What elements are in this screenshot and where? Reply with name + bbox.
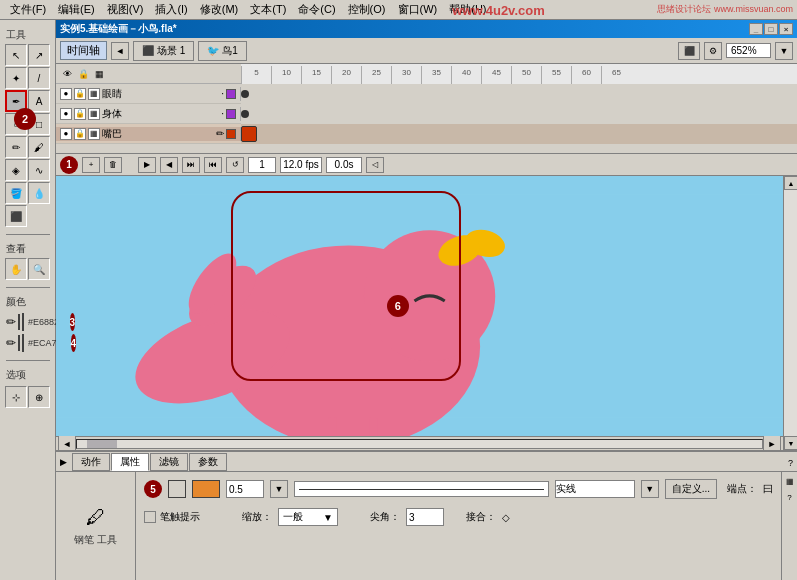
scrollbar-track[interactable] (76, 439, 763, 449)
scene-icon-btn[interactable]: ⬛ (678, 42, 700, 60)
fill-swatch[interactable] (22, 334, 24, 352)
frame-number-input[interactable] (248, 157, 276, 173)
stroke-color-btn[interactable] (168, 480, 186, 498)
tool-zoom[interactable]: 🔍 (28, 258, 50, 280)
zoom-dropdown[interactable]: ▼ (775, 42, 793, 60)
menu-help[interactable]: 帮助(H) (443, 0, 492, 19)
layer-name-eyes[interactable]: ● 🔒 ▦ 眼睛 ∙ (56, 87, 241, 101)
tab-properties[interactable]: 属性 (111, 453, 149, 471)
tool-ink[interactable]: ∿ (28, 159, 50, 181)
tool-eraser[interactable]: ⬛ (5, 205, 27, 227)
bottom-panel: ▶ 动作 属性 滤镜 参数 ? 🖊 钢笔 工具 (56, 450, 797, 580)
tab-params[interactable]: 参数 (189, 453, 227, 471)
add-layer-btn[interactable]: + (82, 157, 100, 173)
ruler-50: 50 (511, 66, 541, 84)
badge-3: 3 (70, 313, 76, 331)
tool-pencil[interactable]: ✏ (5, 136, 27, 158)
option-2[interactable]: ⊕ (28, 386, 50, 408)
settings-btn[interactable]: ⚙ (704, 42, 722, 60)
layer-name-beak[interactable]: ● 🔒 ▦ 嘴巴 ✏ (56, 127, 241, 141)
menu-view[interactable]: 视图(V) (101, 0, 150, 19)
right-icon-2[interactable]: ? (783, 490, 797, 504)
back-button[interactable]: ◄ (111, 42, 129, 60)
menu-bar: 文件(F) 编辑(E) 视图(V) 插入(I) 修改(M) 文本(T) 命令(C… (0, 0, 797, 20)
play-back-btn[interactable]: ◀ (160, 157, 178, 173)
right-icon-1[interactable]: ▦ (783, 474, 797, 488)
properties-panel: 5 ▼ ▼ 自定义... 端点： 曰 (136, 472, 781, 580)
badge-5: 5 (144, 480, 162, 498)
frame-dot-body (241, 110, 249, 118)
layer-lock-beak[interactable]: 🔒 (74, 128, 86, 140)
layer-eye-eyes[interactable]: ● (60, 88, 72, 100)
tool-paint[interactable]: 🪣 (5, 182, 27, 204)
delete-layer-btn[interactable]: 🗑 (104, 157, 122, 173)
menu-edit[interactable]: 编辑(E) (52, 0, 101, 19)
timeline-options-btn[interactable]: ◁ (366, 157, 384, 173)
brush-hint-checkbox[interactable] (144, 511, 156, 523)
menu-insert[interactable]: 插入(I) (149, 0, 193, 19)
v-scroll-up[interactable]: ▲ (784, 176, 797, 190)
panel-question-icon[interactable]: ? (788, 458, 793, 468)
layer-frames-eyes[interactable] (241, 84, 797, 104)
layer-eye-beak[interactable]: ● (60, 128, 72, 140)
tool-fill[interactable]: ◈ (5, 159, 27, 181)
option-1[interactable]: ⊹ (5, 386, 27, 408)
stroke-type-input[interactable] (555, 480, 635, 498)
stroke-swatch-small[interactable] (18, 314, 20, 330)
tool-select[interactable]: ↗ (28, 44, 50, 66)
menu-modify[interactable]: 修改(M) (194, 0, 245, 19)
layer-lock-body[interactable]: 🔒 (74, 108, 86, 120)
menu-text[interactable]: 文本(T) (244, 0, 292, 19)
tool-info-panel: 🖊 钢笔 工具 (56, 472, 136, 580)
layer-eye-body[interactable]: ● (60, 108, 72, 120)
close-button[interactable]: × (779, 23, 793, 35)
loop-btn[interactable]: ↺ (226, 157, 244, 173)
layer-grid-eyes[interactable]: ▦ (88, 88, 100, 100)
layer-tab[interactable]: 🐦 鸟1 (198, 41, 247, 61)
fill-swatch-small[interactable] (18, 335, 20, 351)
layer-frames-beak[interactable] (241, 124, 797, 144)
tool-text[interactable]: A (28, 90, 50, 112)
tab-actions[interactable]: 动作 (72, 453, 110, 471)
layer-lock-eyes[interactable]: 🔒 (74, 88, 86, 100)
stroke-swatch[interactable] (22, 313, 24, 331)
scrollbar-thumb[interactable] (87, 440, 117, 448)
tool-subselect[interactable]: ✦ (5, 67, 27, 89)
step-fwd-btn[interactable]: ⏭ (182, 157, 200, 173)
stroke-size-input[interactable] (226, 480, 264, 498)
v-scrollbar[interactable]: ▲ ▼ (783, 176, 797, 450)
stroke-prop-swatch[interactable] (192, 480, 220, 498)
maximize-button[interactable]: □ (764, 23, 778, 35)
tool-hand[interactable]: ✋ (5, 258, 27, 280)
fps-input[interactable] (280, 157, 322, 173)
minimize-button[interactable]: _ (749, 23, 763, 35)
tab-filters[interactable]: 滤镜 (150, 453, 188, 471)
layer-grid-beak[interactable]: ▦ (88, 128, 100, 140)
stroke-type-dropdown[interactable]: ▼ (641, 480, 659, 498)
menu-window[interactable]: 窗口(W) (392, 0, 444, 19)
layer-grid-body[interactable]: ▦ (88, 108, 100, 120)
tool-line[interactable]: / (28, 67, 50, 89)
corner-input[interactable] (406, 508, 444, 526)
custom-button[interactable]: 自定义... (665, 479, 717, 499)
stroke-size-dropdown[interactable]: ▼ (270, 480, 288, 498)
play-btn[interactable]: ▶ (138, 157, 156, 173)
menu-command[interactable]: 命令(C) (292, 0, 341, 19)
tool-brush[interactable]: 🖌 (28, 136, 50, 158)
v-scroll-down[interactable]: ▼ (784, 436, 797, 450)
expand-icon[interactable]: ▶ (60, 457, 67, 467)
scene-tab[interactable]: ⬛ 场景 1 (133, 41, 194, 61)
menu-file[interactable]: 文件(F) (4, 0, 52, 19)
h-scrollbar[interactable]: ◄ ► (56, 436, 783, 450)
time-input[interactable] (326, 157, 362, 173)
scale-dropdown[interactable]: 一般 ▼ (278, 508, 338, 526)
step-back-btn[interactable]: ⏮ (204, 157, 222, 173)
pen-tool-icon: 🖊 (86, 506, 106, 529)
layer-frames-body[interactable] (241, 104, 797, 124)
canvas-area[interactable]: 6 (56, 176, 783, 436)
layer-name-body[interactable]: ● 🔒 ▦ 身体 ∙ (56, 107, 241, 121)
tool-arrow[interactable]: ↖ (5, 44, 27, 66)
menu-control[interactable]: 控制(O) (342, 0, 392, 19)
tool-eyedrop[interactable]: 💧 (28, 182, 50, 204)
zoom-input[interactable]: 652% (726, 43, 771, 58)
